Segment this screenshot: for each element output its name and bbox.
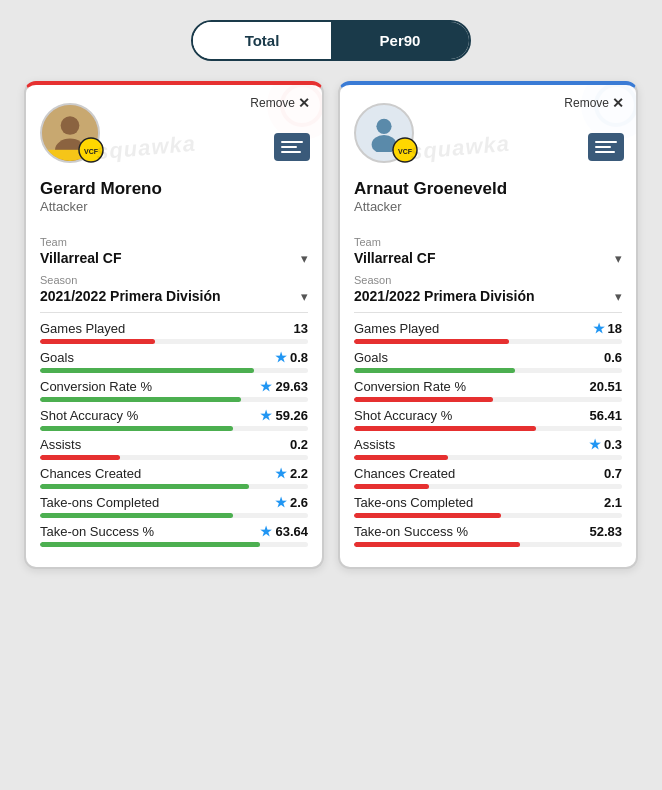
stat-name: Take-ons Completed — [354, 495, 473, 510]
star-icon: ★ — [589, 437, 601, 452]
stat-row-5: Chances Created ★2.2 — [40, 466, 308, 489]
stat-bar-fill — [40, 339, 155, 344]
stat-bar-bg — [354, 368, 622, 373]
stat-value: ★2.2 — [275, 466, 308, 481]
stat-row-0: Games Played 13 — [40, 321, 308, 344]
team-dropdown-icon[interactable]: ▾ — [615, 251, 622, 266]
stat-value: 0.6 — [604, 350, 622, 365]
player-name: Gerard Moreno — [26, 179, 322, 199]
club-badge: VCF — [78, 137, 104, 163]
stat-bar-bg — [40, 484, 308, 489]
stat-value: 56.41 — [589, 408, 622, 423]
stat-value: ★0.8 — [275, 350, 308, 365]
close-icon: ✕ — [612, 95, 624, 111]
stat-bar-fill — [40, 513, 233, 518]
stat-header: Shot Accuracy % ★59.26 — [40, 408, 308, 423]
star-icon: ★ — [260, 524, 272, 539]
stat-bar-fill — [40, 542, 260, 547]
star-icon: ★ — [260, 379, 272, 394]
stat-bar-bg — [354, 484, 622, 489]
stat-name: Chances Created — [354, 466, 455, 481]
stat-value: 0.2 — [290, 437, 308, 452]
id-line-2 — [281, 146, 297, 148]
stat-name: Conversion Rate % — [40, 379, 152, 394]
svg-text:VCF: VCF — [84, 148, 99, 155]
season-row[interactable]: 2021/2022 Primera División ▾ — [354, 288, 622, 304]
per90-toggle[interactable]: Per90 — [331, 22, 469, 59]
season-value: 2021/2022 Primera División — [354, 288, 609, 304]
stat-bar-bg — [40, 339, 308, 344]
team-dropdown-icon[interactable]: ▾ — [301, 251, 308, 266]
stat-header: Take-on Success % ★63.64 — [40, 524, 308, 539]
season-dropdown-icon[interactable]: ▾ — [615, 289, 622, 304]
team-row[interactable]: Villarreal CF ▾ — [354, 250, 622, 266]
season-label: Season — [40, 274, 308, 286]
close-icon: ✕ — [298, 95, 310, 111]
club-badge-container: VCF — [392, 137, 418, 167]
stat-header: Take-ons Completed ★2.6 — [40, 495, 308, 510]
total-toggle[interactable]: Total — [193, 22, 331, 59]
season-row[interactable]: 2021/2022 Primera División ▾ — [40, 288, 308, 304]
stat-bar-bg — [40, 513, 308, 518]
team-row[interactable]: Villarreal CF ▾ — [40, 250, 308, 266]
stat-row-3: Shot Accuracy % ★59.26 — [40, 408, 308, 431]
stat-bar-bg — [40, 397, 308, 402]
id-line-2 — [595, 146, 611, 148]
stat-bar-fill — [40, 368, 254, 373]
stat-value: ★63.64 — [260, 524, 308, 539]
svg-text:VCF: VCF — [398, 148, 413, 155]
stat-row-2: Conversion Rate % ★29.63 — [40, 379, 308, 402]
stat-bar-bg — [40, 542, 308, 547]
svg-point-3 — [61, 116, 80, 135]
stat-name: Games Played — [354, 321, 439, 336]
stat-bar-fill — [354, 339, 509, 344]
stat-bar-fill — [40, 484, 249, 489]
stat-row-7: Take-on Success % 52.83 — [354, 524, 622, 547]
season-dropdown-icon[interactable]: ▾ — [301, 289, 308, 304]
player-position: Attacker — [26, 199, 322, 214]
team-label: Team — [354, 236, 622, 248]
stat-header: Assists ★0.3 — [354, 437, 622, 452]
season-value: 2021/2022 Primera División — [40, 288, 295, 304]
remove-label: Remove — [250, 96, 295, 110]
stat-header: Conversion Rate % 20.51 — [354, 379, 622, 394]
stat-value: ★59.26 — [260, 408, 308, 423]
stat-bar-bg — [354, 513, 622, 518]
stat-value: 52.83 — [589, 524, 622, 539]
stat-bar-fill — [40, 455, 120, 460]
star-icon: ★ — [275, 350, 287, 365]
cards-container: Remove ✕ VCF — [10, 81, 652, 569]
stat-row-4: Assists 0.2 — [40, 437, 308, 460]
stat-bar-fill — [354, 455, 448, 460]
id-line-3 — [595, 151, 615, 153]
id-lines — [281, 141, 303, 153]
id-line-1 — [281, 141, 303, 143]
player-position: Attacker — [340, 199, 636, 214]
star-icon: ★ — [593, 321, 605, 336]
player-info-row: VCF — [40, 103, 308, 163]
toggle-container: Total Per90 — [191, 20, 471, 61]
stat-value: 13 — [294, 321, 308, 336]
stat-bar-fill — [354, 542, 520, 547]
stat-name: Games Played — [40, 321, 125, 336]
toggle-bar: Total Per90 — [10, 20, 652, 61]
stat-header: Take-on Success % 52.83 — [354, 524, 622, 539]
star-icon: ★ — [260, 408, 272, 423]
remove-button[interactable]: Remove ✕ — [564, 95, 624, 111]
stat-value: 2.1 — [604, 495, 622, 510]
remove-label: Remove — [564, 96, 609, 110]
player-name: Arnaut Groeneveld — [340, 179, 636, 199]
stat-bar-fill — [354, 397, 493, 402]
stat-header: Games Played ★18 — [354, 321, 622, 336]
stat-name: Assists — [40, 437, 81, 452]
stat-header: Conversion Rate % ★29.63 — [40, 379, 308, 394]
stat-name: Goals — [40, 350, 74, 365]
stat-row-3: Shot Accuracy % 56.41 — [354, 408, 622, 431]
stat-bar-bg — [354, 455, 622, 460]
stat-value: ★29.63 — [260, 379, 308, 394]
remove-button[interactable]: Remove ✕ — [250, 95, 310, 111]
divider — [40, 312, 308, 313]
stat-name: Shot Accuracy % — [40, 408, 138, 423]
star-icon: ★ — [275, 495, 287, 510]
id-badge — [588, 133, 624, 161]
